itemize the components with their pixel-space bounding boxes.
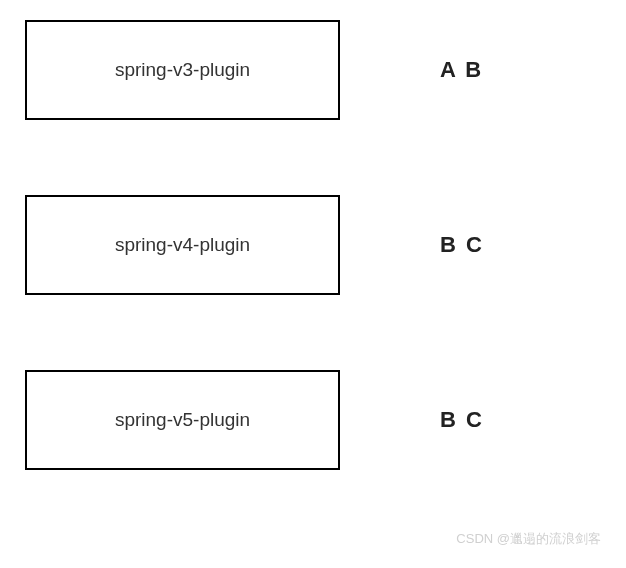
watermark: CSDN @邋遢的流浪剑客 (456, 530, 601, 548)
plugin-tags: B C (440, 407, 484, 433)
plugin-tags: B C (440, 232, 484, 258)
plugin-row: spring-v3-plugin A B (0, 20, 626, 120)
plugin-tags: A B (440, 57, 483, 83)
plugin-box: spring-v4-plugin (25, 195, 340, 295)
plugin-row: spring-v5-plugin B C (0, 370, 626, 470)
plugin-label: spring-v3-plugin (115, 59, 250, 81)
plugin-label: spring-v5-plugin (115, 409, 250, 431)
plugin-row: spring-v4-plugin B C (0, 195, 626, 295)
plugin-box: spring-v5-plugin (25, 370, 340, 470)
plugin-label: spring-v4-plugin (115, 234, 250, 256)
plugin-box: spring-v3-plugin (25, 20, 340, 120)
